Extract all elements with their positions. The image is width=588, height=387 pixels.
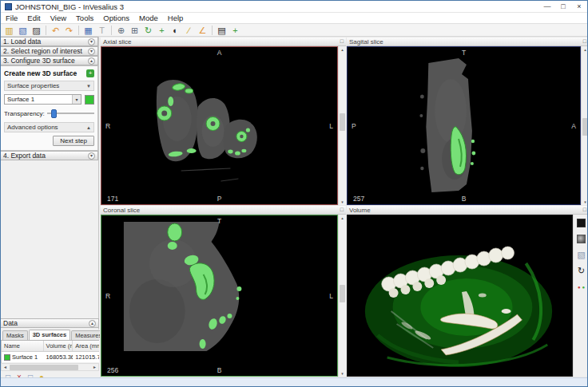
sagittal-header[interactable]: Sagital slice □: [347, 38, 588, 46]
measure-angle-icon[interactable]: ∠: [196, 25, 209, 36]
coronal-canvas[interactable]: T B R L 256: [101, 215, 338, 377]
advanced-options-header[interactable]: Advanced options ▲: [4, 122, 94, 132]
maximize-icon[interactable]: □: [340, 38, 344, 45]
menu-tools[interactable]: Tools: [71, 13, 98, 24]
axial-header[interactable]: Axial slice □: [101, 38, 346, 46]
tab-masks[interactable]: Masks: [2, 330, 28, 340]
close-button[interactable]: ×: [571, 1, 587, 12]
menu-help[interactable]: Help: [163, 13, 189, 24]
zoom-region-icon[interactable]: ⊞: [128, 25, 141, 36]
scrollbar-thumb[interactable]: [340, 113, 345, 131]
volume-canvas[interactable]: [347, 215, 573, 377]
new-surface-icon[interactable]: +: [86, 69, 94, 77]
scroll-right-icon[interactable]: ►: [91, 365, 98, 369]
view-preset-icon[interactable]: [576, 234, 586, 244]
orientation-label-bottom: B: [217, 366, 222, 374]
measure-distance-icon[interactable]: ∕: [182, 25, 196, 36]
surface-select[interactable]: Surface 1 ▾: [4, 94, 81, 105]
rotate-3d-icon[interactable]: ↻: [576, 266, 586, 276]
panel-select-roi[interactable]: 2. Select region of interest ▾: [1, 46, 98, 56]
horizontal-scrollbar[interactable]: ◄ ►: [1, 363, 99, 371]
chevron-down-icon[interactable]: ▾: [72, 95, 81, 104]
maximize-icon[interactable]: □: [340, 207, 344, 213]
rotate-icon[interactable]: ↻: [141, 25, 155, 36]
scroll-up-icon[interactable]: ▴: [339, 215, 346, 220]
background-color-icon[interactable]: [576, 218, 586, 228]
toolbar-separator: [78, 26, 79, 35]
panel-configure-surface[interactable]: 3. Configure 3D surface ▴: [1, 56, 98, 65]
scroll-down-icon[interactable]: ▾: [339, 199, 346, 204]
scroll-down-icon[interactable]: ▾: [339, 371, 346, 376]
slider-thumb[interactable]: [51, 109, 57, 118]
text-overlay-icon[interactable]: T: [95, 25, 109, 36]
main-toolbar: ▥ ▧ ▨ ↶ ↷ ▦ T ⊕ ⊞ ↻ + ◐ ∕ ∠ ▤ +: [1, 24, 587, 37]
open-project-icon[interactable]: ▧: [16, 25, 30, 36]
coronal-slice-image: [101, 215, 337, 376]
chevron-up-icon[interactable]: ▴: [88, 57, 95, 65]
table-header: Name Volume (m... Area (mm²): [2, 341, 99, 352]
scrollbar-thumb[interactable]: [10, 365, 78, 370]
app-icon: [5, 3, 12, 10]
scroll-left-icon[interactable]: ◄: [2, 365, 9, 369]
data-panel-header[interactable]: Data ▴: [1, 318, 99, 328]
maximize-icon[interactable]: □: [583, 207, 586, 213]
pane-title: Create new 3D surface: [4, 69, 86, 77]
chevron-down-icon[interactable]: ▾: [88, 152, 95, 160]
clip-cube-icon[interactable]: ▧: [576, 250, 586, 260]
import-data-icon[interactable]: ▥: [2, 25, 16, 36]
orientation-label-top: T: [462, 49, 466, 57]
orientation-label-left: R: [105, 292, 110, 300]
maximize-button[interactable]: □: [555, 1, 571, 12]
menu-bar: File Edit View Tools Options Mode Help: [1, 13, 587, 24]
contrast-icon[interactable]: ◐: [169, 25, 182, 36]
col-area: Area (mm²): [73, 341, 99, 351]
surface-color-swatch[interactable]: [85, 95, 94, 105]
menu-file[interactable]: File: [1, 13, 22, 24]
sagittal-canvas[interactable]: T B P A 257: [347, 46, 581, 205]
tab-3d-surfaces[interactable]: 3D surfaces: [29, 330, 71, 340]
stereo-icon[interactable]: ● ●: [576, 282, 586, 292]
scroll-down-icon[interactable]: ▾: [582, 199, 588, 204]
slice-plane-icon[interactable]: ▤: [215, 25, 228, 36]
redo-icon[interactable]: ↷: [62, 25, 76, 36]
panel-export-data[interactable]: 4. Export data ▾: [1, 151, 98, 160]
undo-icon[interactable]: ↶: [49, 25, 62, 36]
menu-edit[interactable]: Edit: [22, 13, 45, 24]
toolbar-separator: [46, 26, 46, 35]
volume-header[interactable]: Volume □: [347, 206, 588, 215]
row-color-swatch[interactable]: [4, 354, 10, 361]
next-step-button[interactable]: Next step: [53, 136, 94, 146]
sagittal-scrollbar[interactable]: ▴ ▾: [581, 46, 588, 205]
surface-properties-header[interactable]: Surface properties ▼: [4, 81, 94, 91]
axial-scrollbar[interactable]: ▴ ▾: [338, 46, 346, 205]
slice-number: 257: [353, 195, 364, 203]
axial-canvas[interactable]: A P R L 171: [101, 46, 338, 205]
pan-icon[interactable]: +: [155, 25, 169, 36]
coronal-scrollbar[interactable]: ▴ ▾: [338, 215, 346, 377]
chevron-up-icon[interactable]: ▴: [89, 320, 96, 327]
minimize-button[interactable]: —: [539, 1, 555, 12]
table-row[interactable]: Surface 1 168053.363 121015.752: [2, 352, 99, 363]
scrollbar-thumb[interactable]: [340, 285, 345, 302]
orientation-label-left: P: [352, 122, 356, 130]
chevron-down-icon[interactable]: ▾: [88, 38, 95, 45]
scroll-up-icon[interactable]: ▴: [582, 47, 588, 52]
transparency-slider[interactable]: [47, 109, 94, 118]
add-mask-icon[interactable]: +: [228, 25, 242, 36]
menu-options[interactable]: Options: [98, 13, 134, 24]
menu-view[interactable]: View: [46, 13, 71, 24]
data-tabs: Masks 3D surfaces Measures: [1, 330, 99, 341]
slice-number: 171: [107, 195, 118, 203]
scroll-up-icon[interactable]: ▴: [339, 47, 346, 52]
coronal-header[interactable]: Coronal slice □: [101, 206, 346, 215]
panel-load-data[interactable]: 1. Load data ▾: [1, 37, 98, 46]
maximize-icon[interactable]: □: [583, 38, 586, 45]
window-layout-icon[interactable]: ▦: [81, 25, 95, 36]
menu-mode[interactable]: Mode: [134, 13, 163, 24]
scrollbar-thumb[interactable]: [582, 118, 588, 136]
save-project-icon[interactable]: ▨: [30, 25, 43, 36]
volume-viewport: Volume □: [347, 206, 588, 377]
orientation-label-top: A: [217, 49, 222, 57]
zoom-icon[interactable]: ⊕: [114, 25, 128, 36]
chevron-down-icon[interactable]: ▾: [88, 48, 95, 55]
